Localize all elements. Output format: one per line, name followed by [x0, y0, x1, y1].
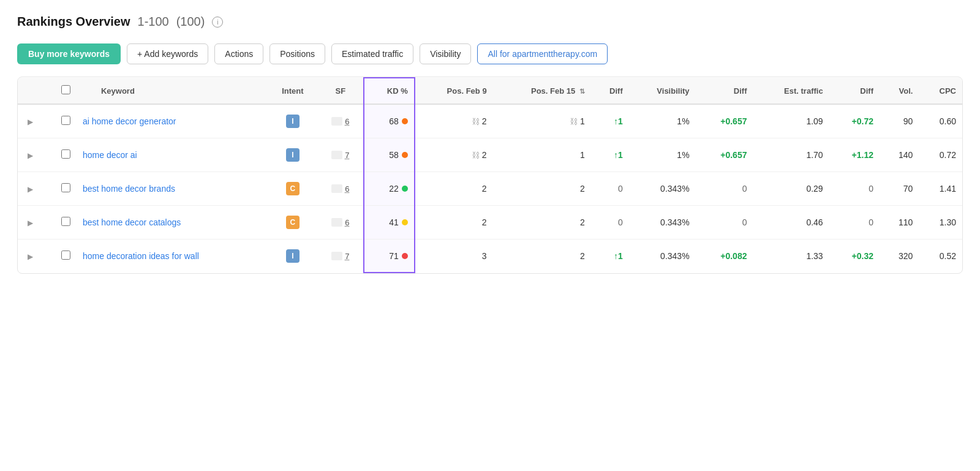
vis-diff-value: 0: [742, 217, 747, 227]
vol-value: 110: [899, 217, 913, 227]
sf-number: 6: [345, 117, 349, 126]
tab-visibility[interactable]: Visibility: [420, 43, 471, 64]
pos-diff: 0: [618, 217, 623, 227]
chain-icon: ⛓: [472, 151, 480, 160]
row-expander-cell: ▶: [18, 239, 43, 273]
row-vol-cell: 90: [880, 104, 919, 138]
sf-icon: [331, 151, 342, 159]
pos-feb15-value: 2: [580, 251, 585, 261]
cpc-value: 0.60: [940, 116, 956, 126]
page-count: (100): [176, 15, 205, 29]
add-keywords-button[interactable]: + Add keywords: [127, 43, 208, 64]
row-kd-cell: 22: [364, 172, 415, 206]
sf-cell: 6: [324, 117, 357, 126]
row-checkbox[interactable]: [61, 116, 70, 125]
visibility-value: 1%: [677, 150, 689, 160]
kd-cell: 68: [371, 116, 408, 126]
kd-dot: [402, 152, 408, 158]
pos-feb9: 3: [421, 251, 487, 261]
row-sf-cell: 6: [318, 206, 364, 239]
row-vis-diff-cell: +0.657: [696, 104, 753, 138]
row-est-traffic-cell: 1.70: [753, 138, 829, 172]
sf-cell: 7: [324, 252, 357, 261]
row-vol-cell: 110: [880, 206, 919, 239]
col-vol-header: Vol.: [880, 78, 919, 104]
keyword-link[interactable]: home decor ai: [83, 150, 137, 160]
row-cpc-cell: 0.72: [919, 138, 962, 172]
sf-number: 6: [345, 218, 349, 227]
row-keyword-cell: home decoration ideas for wall: [77, 239, 268, 273]
kd-value: 71: [389, 251, 399, 261]
tab-domain-filter[interactable]: All for apartmenttherapy.com: [477, 43, 608, 64]
table-row: ▶ ai home decor generator I 6 68 ⛓ 2: [18, 104, 962, 138]
intent-badge: I: [286, 148, 300, 162]
table-row: ▶ best home decor catalogs C 6 41 2: [18, 206, 962, 239]
row-sf-cell: 7: [318, 138, 364, 172]
row-checkbox[interactable]: [61, 217, 70, 226]
tab-positions[interactable]: Positions: [270, 43, 325, 64]
row-pos-feb15-cell: 2: [493, 206, 591, 239]
row-keyword-cell: home decor ai: [77, 138, 268, 172]
row-vis-diff-cell: +0.082: [696, 239, 753, 273]
est-traffic-value: 1.70: [806, 150, 823, 160]
tab-estimated-traffic[interactable]: Estimated traffic: [331, 43, 413, 64]
row-vol-cell: 140: [880, 138, 919, 172]
vis-diff-value: 0: [742, 184, 747, 194]
col-diff1-header: Diff: [591, 78, 629, 104]
pos-diff: ↑1: [614, 150, 623, 160]
col-est-diff-header: Diff: [829, 78, 880, 104]
rankings-table: Keyword Intent SF KD % Pos. Feb 9 Pos. F…: [18, 77, 962, 273]
sf-number: 7: [345, 252, 349, 261]
cpc-value: 0.52: [940, 251, 956, 261]
est-traffic-value: 1.33: [806, 251, 823, 261]
col-pos-feb9-header: Pos. Feb 9: [415, 78, 493, 104]
row-expander-icon[interactable]: ▶: [24, 151, 37, 160]
row-expander-icon[interactable]: ▶: [24, 118, 37, 126]
pos-feb15: 2: [499, 184, 585, 194]
cpc-value: 0.72: [940, 150, 956, 160]
row-checkbox-cell: [43, 104, 77, 138]
col-intent-header: Intent: [268, 78, 318, 104]
sort-icon[interactable]: ⇅: [579, 88, 585, 95]
col-visibility-header: Visibility: [629, 78, 696, 104]
chain-icon2: ⛓: [570, 117, 578, 126]
actions-button[interactable]: Actions: [214, 43, 263, 64]
select-all-checkbox[interactable]: [61, 85, 70, 94]
pos-diff: 0: [618, 184, 623, 194]
row-expander-cell: ▶: [18, 138, 43, 172]
kd-value: 22: [389, 184, 399, 194]
row-checkbox[interactable]: [61, 183, 70, 192]
sf-cell: 7: [324, 151, 357, 160]
chain-icon: ⛓: [472, 117, 480, 126]
kd-dot: [402, 253, 408, 259]
visibility-value: 1%: [677, 116, 689, 126]
keyword-link[interactable]: home decoration ideas for wall: [83, 251, 199, 261]
row-checkbox-cell: [43, 206, 77, 239]
est-traffic-value: 0.46: [806, 217, 823, 227]
row-est-traffic-cell: 1.33: [753, 239, 829, 273]
kd-value: 68: [389, 116, 399, 126]
row-checkbox[interactable]: [61, 251, 70, 260]
row-diff1-cell: ↑1: [591, 104, 629, 138]
row-vis-diff-cell: 0: [696, 172, 753, 206]
col-pos-feb15-header: Pos. Feb 15 ⇅: [493, 78, 591, 104]
row-expander-icon[interactable]: ▶: [24, 185, 37, 194]
intent-badge: I: [286, 249, 300, 263]
buy-keywords-button[interactable]: Buy more keywords: [17, 43, 121, 64]
keyword-link[interactable]: best home decor catalogs: [83, 217, 181, 227]
row-expander-icon[interactable]: ▶: [24, 252, 37, 261]
row-vis-diff-cell: +0.657: [696, 138, 753, 172]
col-keyword-header: Keyword: [77, 78, 268, 104]
visibility-value: 0.343%: [660, 184, 689, 194]
keyword-link[interactable]: ai home decor generator: [83, 116, 176, 126]
row-checkbox[interactable]: [61, 149, 70, 159]
sf-number: 6: [345, 184, 349, 194]
info-icon[interactable]: i: [212, 17, 223, 28]
keyword-link[interactable]: best home decor brands: [83, 184, 175, 194]
est-diff-value: +0.72: [852, 116, 873, 126]
row-expander-cell: ▶: [18, 172, 43, 206]
row-expander-icon[interactable]: ▶: [24, 219, 37, 227]
pos-feb15-value: 2: [580, 184, 585, 194]
cpc-value: 1.41: [940, 184, 956, 194]
row-pos-feb9-cell: 2: [415, 172, 493, 206]
